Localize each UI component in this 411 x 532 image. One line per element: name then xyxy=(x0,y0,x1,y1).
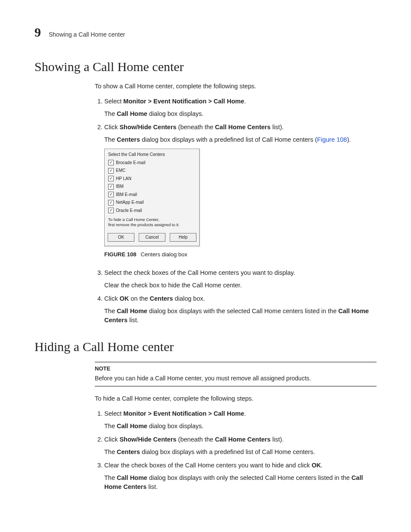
figure-caption-text: Centers dialog box xyxy=(140,251,187,258)
text: Clear the check boxes of the Call Home c… xyxy=(104,462,311,469)
step3-sub: The Call Home dialog box displays with o… xyxy=(104,473,377,492)
bold: Call Home xyxy=(117,308,147,314)
text: . xyxy=(244,410,246,417)
dialog-option-oracle-email[interactable]: Oracle E-mail xyxy=(105,207,199,215)
bold: Centers xyxy=(150,295,173,302)
checkbox-icon[interactable] xyxy=(108,200,114,205)
section1-steps: Select Monitor > Event Notification > Ca… xyxy=(95,97,377,325)
text: (beneath the xyxy=(177,124,215,131)
section1-intro: To show a Call Home center, complete the… xyxy=(95,82,377,91)
note-label: NOTE xyxy=(95,365,377,373)
step2-sub: The Centers dialog box displays with a p… xyxy=(104,448,377,457)
text: dialog box displays. xyxy=(147,423,204,429)
checkbox-icon[interactable] xyxy=(108,208,114,213)
text: Select the check boxes of the Call Home … xyxy=(104,269,295,276)
step4-sub: The Call Home dialog box displays with t… xyxy=(104,307,377,325)
text: list). xyxy=(271,124,284,131)
bold: Call Home xyxy=(117,423,147,429)
dialog-option-netapp-email[interactable]: NetApp E-mail xyxy=(105,199,199,207)
text: dialog box. xyxy=(173,295,205,302)
bold: Call Home Centers xyxy=(215,436,271,443)
centers-dialog: Select the Call Home Centers Brocade E-m… xyxy=(104,149,200,246)
text: Select xyxy=(104,98,123,105)
section1-step2: Click Show/Hide Centers (beneath the Cal… xyxy=(104,123,377,259)
dialog-hint-line2: first remove the products assigned to it… xyxy=(108,222,196,227)
help-button[interactable]: Help xyxy=(170,233,196,242)
section1-step4: Click OK on the Centers dialog box. The … xyxy=(104,294,377,325)
text: dialog box displays with only the select… xyxy=(147,474,352,481)
step1-sub: The Call Home dialog box displays. xyxy=(104,109,377,118)
dialog-hint: To hide a Call Home Center, first remove… xyxy=(105,215,199,230)
text: The xyxy=(104,136,117,143)
figure-xref[interactable]: Figure 108 xyxy=(317,136,347,143)
text: The xyxy=(104,448,117,455)
option-label: IBM E-mail xyxy=(116,192,137,198)
text: Click xyxy=(104,295,119,302)
step1-sub: The Call Home dialog box displays. xyxy=(104,422,377,431)
step2-sub: The Centers dialog box displays with a p… xyxy=(104,135,377,144)
dialog-option-hp-lan[interactable]: HP LAN xyxy=(105,175,199,183)
option-label: IBM xyxy=(116,184,124,190)
chapter-number: 9 xyxy=(34,26,41,39)
bold: OK xyxy=(119,295,129,302)
figure-caption: FIGURE 108Centers dialog box xyxy=(104,251,377,259)
ok-button[interactable]: OK xyxy=(108,233,134,242)
text: The xyxy=(104,474,117,481)
text: Click xyxy=(104,124,119,131)
dialog-option-ibm[interactable]: IBM xyxy=(105,183,199,191)
option-label: Brocade E-mail xyxy=(116,160,145,166)
text: ). xyxy=(347,136,351,143)
checkbox-icon[interactable] xyxy=(108,192,114,197)
text: dialog box displays with the selected Ca… xyxy=(147,308,338,314)
text: Click xyxy=(104,436,119,443)
section2-step1: Select Monitor > Event Notification > Ca… xyxy=(104,409,377,431)
section2-step2: Click Show/Hide Centers (beneath the Cal… xyxy=(104,435,377,457)
text: list). xyxy=(271,436,284,443)
checkbox-icon[interactable] xyxy=(108,168,114,174)
dialog-title: Select the Call Home Centers xyxy=(105,149,199,159)
text: dialog box displays with a predefined li… xyxy=(140,448,315,455)
bold: Centers xyxy=(117,448,140,455)
dialog-option-brocade-email[interactable]: Brocade E-mail xyxy=(105,159,199,167)
bold: Show/Hide Centers xyxy=(119,436,176,443)
checkbox-icon[interactable] xyxy=(108,184,114,190)
section2-steps: Select Monitor > Event Notification > Ca… xyxy=(95,409,377,492)
text: The xyxy=(104,308,117,314)
section1-step3: Select the check boxes of the Call Home … xyxy=(104,268,377,290)
checkbox-icon[interactable] xyxy=(108,160,114,165)
section-heading-showing: Showing a Call Home center xyxy=(34,59,377,74)
text: The xyxy=(104,423,117,429)
cancel-button[interactable]: Cancel xyxy=(139,233,165,242)
text: . xyxy=(244,98,246,105)
section2-intro: To hide a Call Home center, complete the… xyxy=(95,394,377,403)
option-label: EMC xyxy=(116,168,125,174)
section2-body: NOTE Before you can hide a Call Home cen… xyxy=(95,362,377,492)
note-block: NOTE Before you can hide a Call Home cen… xyxy=(95,362,377,386)
step3-sub: Clear the check box to hide the Call Hom… xyxy=(104,281,377,290)
option-label: Oracle E-mail xyxy=(116,208,142,214)
dialog-option-ibm-email[interactable]: IBM E-mail xyxy=(105,191,199,199)
note-text: Before you can hide a Call Home center, … xyxy=(95,374,377,383)
text: dialog box displays with a predefined li… xyxy=(140,136,317,143)
option-label: NetApp E-mail xyxy=(116,199,143,206)
page: 9 Showing a Call Home center Showing a C… xyxy=(0,0,411,532)
bold: Call Home xyxy=(117,110,147,117)
checkbox-icon[interactable] xyxy=(108,176,114,181)
text: . xyxy=(321,462,323,469)
text: dialog box displays. xyxy=(147,110,204,117)
bold: Centers xyxy=(117,136,140,143)
text: list. xyxy=(146,483,158,490)
section2-step3: Clear the check boxes of the Call Home c… xyxy=(104,461,377,492)
dialog-option-emc[interactable]: EMC xyxy=(105,167,199,175)
option-label: HP LAN xyxy=(116,176,131,182)
section1-step1: Select Monitor > Event Notification > Ca… xyxy=(104,97,377,118)
bold: OK xyxy=(311,462,321,469)
section1-body: To show a Call Home center, complete the… xyxy=(95,82,377,325)
bold: Call Home Centers xyxy=(215,124,271,131)
running-header: 9 Showing a Call Home center xyxy=(34,26,377,39)
section-heading-hiding: Hiding a Call Home center xyxy=(34,339,377,354)
text: on the xyxy=(129,295,149,302)
text: Select xyxy=(104,410,123,417)
dialog-hint-line1: To hide a Call Home Center, xyxy=(108,217,196,222)
figure-number: FIGURE 108 xyxy=(104,251,136,258)
